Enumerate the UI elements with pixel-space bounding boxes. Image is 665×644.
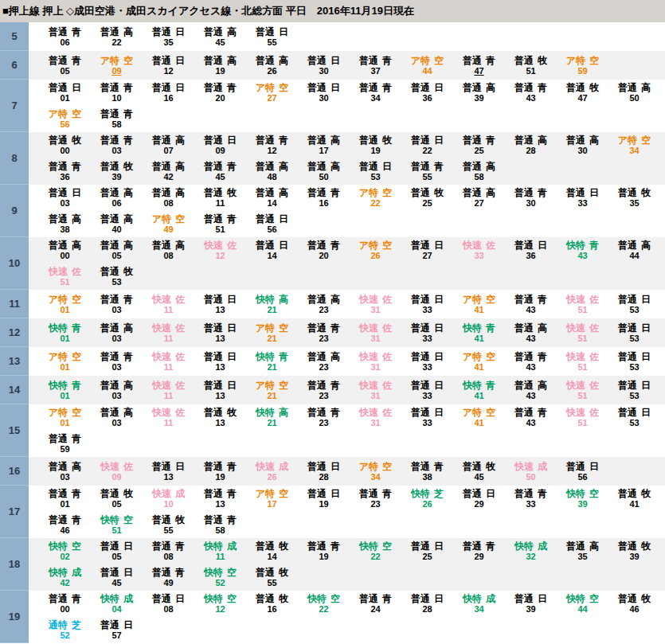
train-entry[interactable]: 普通青43 bbox=[505, 404, 557, 431]
train-entry[interactable]: 普通牧35 bbox=[608, 185, 660, 211]
train-entry[interactable]: 普通日27 bbox=[401, 237, 453, 263]
train-entry[interactable]: 普通青05 bbox=[39, 53, 91, 79]
train-entry[interactable]: 普通高40 bbox=[91, 211, 143, 237]
train-entry[interactable]: 快特高21 bbox=[246, 404, 298, 431]
train-entry[interactable]: 普通日35 bbox=[143, 24, 194, 50]
train-entry[interactable]: 普通高39 bbox=[453, 80, 505, 106]
train-entry[interactable]: ア特空01 bbox=[39, 404, 91, 431]
train-entry[interactable]: 普通日39 bbox=[505, 591, 557, 617]
train-entry[interactable]: 快速佐11 bbox=[143, 320, 194, 346]
train-entry[interactable]: 普通牧46 bbox=[608, 591, 660, 617]
train-entry[interactable]: 快特青41 bbox=[453, 320, 505, 346]
train-entry[interactable]: 快速佐51 bbox=[557, 349, 608, 375]
train-entry[interactable]: 普通日12 bbox=[143, 53, 194, 79]
train-entry[interactable]: 普通日28 bbox=[298, 459, 350, 485]
train-entry[interactable]: ア特空34 bbox=[608, 132, 660, 158]
train-entry[interactable]: 普通日57 bbox=[91, 617, 143, 643]
train-entry[interactable]: 普通牧51 bbox=[505, 53, 557, 79]
train-entry[interactable]: 快特青21 bbox=[246, 349, 298, 375]
train-entry[interactable]: 普通牧25 bbox=[401, 185, 453, 211]
train-entry[interactable]: 快特空52 bbox=[194, 564, 246, 591]
train-entry[interactable]: 普通高26 bbox=[246, 53, 298, 79]
train-entry[interactable]: 普通日56 bbox=[557, 459, 608, 485]
train-entry[interactable]: 普通青23 bbox=[350, 486, 401, 512]
train-entry[interactable]: 快特空39 bbox=[557, 486, 608, 512]
train-entry[interactable]: 快速佐31 bbox=[350, 320, 401, 346]
train-entry[interactable]: ア特空27 bbox=[246, 80, 298, 106]
train-entry[interactable]: 普通牧55 bbox=[246, 564, 298, 591]
train-entry[interactable]: 普通青59 bbox=[39, 431, 91, 457]
train-entry[interactable]: 普通青23 bbox=[298, 404, 350, 431]
train-entry[interactable]: 普通牧19 bbox=[350, 132, 401, 158]
train-entry[interactable]: 普通青08 bbox=[143, 538, 194, 564]
train-entry[interactable]: 普通青24 bbox=[350, 591, 401, 617]
train-entry[interactable]: 普通高50 bbox=[298, 158, 350, 185]
train-entry[interactable]: 快特芝26 bbox=[401, 486, 453, 512]
train-entry[interactable]: 普通青12 bbox=[246, 132, 298, 158]
train-entry[interactable]: 普通日36 bbox=[401, 80, 453, 106]
train-entry[interactable]: 普通牧55 bbox=[143, 512, 194, 538]
train-entry[interactable]: 普通日01 bbox=[39, 80, 91, 106]
train-entry[interactable]: 快速佐31 bbox=[350, 377, 401, 404]
train-entry[interactable]: 普通高14 bbox=[246, 185, 298, 211]
train-entry[interactable]: 普通高42 bbox=[143, 158, 194, 185]
train-entry[interactable]: 普通高48 bbox=[246, 158, 298, 185]
train-entry[interactable]: 快速佐09 bbox=[91, 459, 143, 485]
train-entry[interactable]: 快特成42 bbox=[39, 564, 91, 591]
train-entry[interactable]: 普通青55 bbox=[401, 158, 453, 185]
train-entry[interactable]: 快速佐33 bbox=[453, 237, 505, 263]
train-entry[interactable]: 普通日16 bbox=[143, 80, 194, 106]
train-entry[interactable]: 普通高43 bbox=[505, 377, 557, 404]
train-entry[interactable]: 普通牧39 bbox=[91, 158, 143, 185]
train-entry[interactable]: 普通日53 bbox=[608, 320, 660, 346]
train-entry[interactable]: 普通高06 bbox=[91, 185, 143, 211]
train-entry[interactable]: 快特空51 bbox=[91, 512, 143, 538]
train-entry[interactable]: 普通青23 bbox=[298, 320, 350, 346]
train-entry[interactable]: 普通高03 bbox=[91, 377, 143, 404]
train-entry[interactable]: 普通高19 bbox=[194, 53, 246, 79]
train-entry[interactable]: 快速佐11 bbox=[143, 349, 194, 375]
train-entry[interactable]: 普通青19 bbox=[194, 459, 246, 485]
train-entry[interactable]: ア特空59 bbox=[557, 53, 608, 79]
train-entry[interactable]: 普通日08 bbox=[143, 591, 194, 617]
train-entry[interactable]: 普通青43 bbox=[505, 291, 557, 318]
train-entry[interactable]: 普通高28 bbox=[505, 132, 557, 158]
train-entry[interactable]: 普通日13 bbox=[194, 349, 246, 375]
train-entry[interactable]: ア特空41 bbox=[453, 291, 505, 318]
train-entry[interactable]: 普通青03 bbox=[91, 349, 143, 375]
train-entry[interactable]: 快特青01 bbox=[39, 377, 91, 404]
train-entry[interactable]: 快速佐51 bbox=[39, 263, 91, 290]
train-entry[interactable]: 普通日13 bbox=[194, 377, 246, 404]
train-entry[interactable]: 普通青43 bbox=[505, 349, 557, 375]
train-entry[interactable]: 普通牧39 bbox=[608, 538, 660, 564]
train-entry[interactable]: ア特空21 bbox=[246, 320, 298, 346]
train-entry[interactable]: 普通日13 bbox=[194, 291, 246, 318]
train-entry[interactable]: ア特空21 bbox=[246, 377, 298, 404]
train-entry[interactable]: 快速成26 bbox=[246, 459, 298, 485]
train-entry[interactable]: 普通日33 bbox=[401, 291, 453, 318]
train-entry[interactable]: 快速佐31 bbox=[350, 349, 401, 375]
train-entry[interactable]: 普通青37 bbox=[350, 53, 401, 79]
train-entry[interactable]: 普通日33 bbox=[401, 377, 453, 404]
train-entry[interactable]: 快特空02 bbox=[39, 538, 91, 564]
train-entry[interactable]: 普通牧41 bbox=[608, 486, 660, 512]
train-entry[interactable]: 普通高43 bbox=[505, 320, 557, 346]
train-entry[interactable]: 快特成04 bbox=[91, 591, 143, 617]
train-entry[interactable]: 普通青01 bbox=[39, 486, 91, 512]
train-entry[interactable]: 快速佐51 bbox=[557, 320, 608, 346]
train-entry[interactable]: 普通青10 bbox=[91, 80, 143, 106]
train-entry[interactable]: 普通日30 bbox=[298, 53, 350, 79]
train-entry[interactable]: 普通青20 bbox=[194, 80, 246, 106]
train-entry[interactable]: 快特空12 bbox=[194, 591, 246, 617]
train-entry[interactable]: 普通青25 bbox=[453, 132, 505, 158]
train-entry[interactable]: ア特空09 bbox=[91, 53, 143, 79]
train-entry[interactable]: 普通青16 bbox=[298, 185, 350, 211]
train-entry[interactable]: 普通日29 bbox=[453, 486, 505, 512]
train-entry[interactable]: 快特青43 bbox=[557, 237, 608, 263]
train-entry[interactable]: 快特空44 bbox=[557, 591, 608, 617]
train-entry[interactable]: 普通青29 bbox=[453, 538, 505, 564]
train-entry[interactable]: ア特空26 bbox=[350, 237, 401, 263]
train-entry[interactable]: 普通高08 bbox=[143, 185, 194, 211]
train-entry[interactable]: 普通青47 bbox=[453, 53, 505, 79]
train-entry[interactable]: 快特成34 bbox=[453, 591, 505, 617]
